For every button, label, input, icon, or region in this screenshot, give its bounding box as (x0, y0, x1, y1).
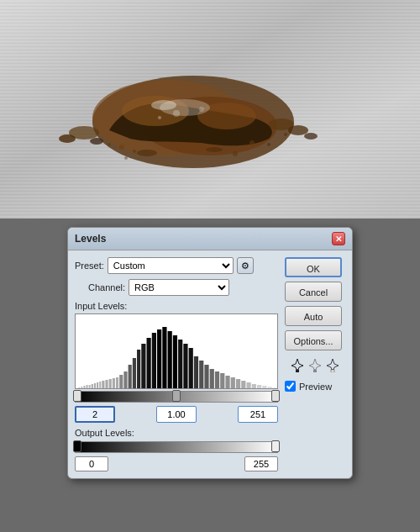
input-slider[interactable] (75, 391, 278, 403)
svg-point-26 (158, 116, 161, 119)
midpoint-input[interactable] (156, 406, 197, 423)
svg-rect-39 (94, 383, 96, 389)
photo-canvas (0, 0, 420, 219)
svg-rect-42 (102, 381, 104, 389)
black-eyedropper[interactable] (290, 358, 305, 373)
gray-eyedropper[interactable] (307, 358, 323, 373)
preview-label[interactable]: Preview (299, 382, 332, 392)
gear-button[interactable]: ⚙ (237, 257, 254, 274)
auto-button[interactable]: Auto (285, 306, 342, 326)
input-values-row (75, 406, 278, 423)
svg-rect-57 (168, 331, 172, 389)
right-panel: OK Cancel Auto Options... (285, 257, 345, 471)
svg-rect-69 (231, 377, 235, 389)
ok-button[interactable]: OK (285, 257, 342, 277)
channel-row: Channel: RGB Red Green Blue (75, 279, 278, 296)
channel-label: Channel: (88, 282, 125, 292)
svg-point-20 (249, 140, 255, 145)
output-levels-label: Output Levels: (75, 428, 278, 438)
svg-point-18 (119, 145, 124, 150)
svg-rect-35 (83, 386, 85, 389)
output-white-input[interactable] (244, 456, 278, 471)
preset-label: Preset: (75, 261, 104, 271)
svg-rect-67 (220, 373, 224, 389)
output-black-input[interactable] (75, 456, 108, 471)
white-point-handle[interactable] (271, 390, 280, 402)
svg-rect-33 (78, 387, 80, 389)
svg-rect-83 (313, 370, 317, 372)
svg-point-29 (233, 151, 238, 156)
black-point-input[interactable] (75, 406, 115, 423)
svg-rect-70 (236, 379, 240, 389)
midpoint-handle[interactable] (172, 390, 181, 402)
black-point-handle[interactable] (73, 390, 81, 402)
dialog-title-bar: Levels ✕ (68, 228, 352, 250)
svg-rect-46 (116, 377, 118, 389)
svg-rect-40 (97, 382, 98, 389)
svg-point-23 (284, 133, 287, 136)
svg-rect-66 (215, 371, 219, 389)
svg-rect-53 (147, 338, 151, 389)
svg-rect-59 (178, 340, 182, 389)
svg-rect-61 (189, 348, 193, 389)
preview-row: Preview (285, 381, 345, 392)
svg-rect-74 (257, 385, 261, 389)
preset-row: Preset: Custom Default Darker Increase C… (75, 257, 278, 274)
gear-icon: ⚙ (241, 261, 249, 271)
svg-rect-43 (105, 380, 108, 389)
svg-point-15 (304, 133, 318, 140)
svg-rect-62 (194, 356, 198, 389)
svg-point-28 (206, 147, 223, 152)
svg-rect-60 (183, 344, 187, 389)
svg-rect-76 (268, 387, 272, 389)
svg-rect-80 (296, 370, 299, 372)
svg-point-12 (90, 138, 103, 145)
svg-rect-72 (246, 382, 250, 389)
svg-rect-49 (129, 365, 132, 389)
svg-rect-32 (76, 388, 77, 389)
close-button[interactable]: ✕ (332, 232, 345, 245)
svg-point-19 (133, 150, 136, 153)
white-point-input[interactable] (238, 406, 278, 423)
svg-rect-36 (87, 385, 88, 389)
svg-rect-75 (262, 386, 266, 389)
svg-rect-73 (252, 384, 256, 389)
svg-rect-68 (225, 376, 229, 389)
left-panel: Preset: Custom Default Darker Increase C… (75, 257, 278, 471)
svg-point-17 (151, 100, 176, 110)
svg-rect-54 (152, 333, 156, 389)
svg-rect-45 (113, 378, 115, 389)
svg-point-14 (288, 125, 308, 135)
output-slider[interactable] (75, 441, 278, 453)
svg-rect-56 (162, 327, 166, 389)
eyedroppers-row (285, 358, 345, 373)
svg-point-22 (108, 143, 111, 146)
svg-point-27 (137, 150, 157, 156)
svg-rect-51 (137, 350, 140, 389)
cancel-button[interactable]: Cancel (285, 282, 342, 302)
svg-rect-44 (109, 379, 112, 389)
svg-rect-38 (92, 384, 93, 389)
histogram (75, 313, 278, 389)
channel-select[interactable]: RGB Red Green Blue (129, 279, 229, 296)
svg-rect-64 (204, 365, 208, 389)
output-values-row (75, 456, 278, 471)
svg-point-25 (199, 107, 204, 112)
output-white-handle[interactable] (271, 440, 280, 452)
options-button[interactable]: Options... (285, 330, 342, 350)
svg-rect-50 (133, 358, 136, 389)
preview-checkbox[interactable] (285, 381, 296, 392)
input-levels-label: Input Levels: (75, 301, 278, 311)
svg-rect-47 (119, 375, 123, 389)
output-black-handle[interactable] (73, 440, 81, 452)
white-eyedropper[interactable] (325, 358, 340, 373)
dialog-title: Levels (75, 233, 106, 245)
svg-rect-77 (273, 387, 277, 389)
svg-rect-52 (141, 344, 145, 389)
svg-rect-65 (210, 369, 214, 389)
svg-point-24 (173, 110, 180, 117)
svg-rect-71 (241, 381, 245, 389)
preset-select[interactable]: Custom Default Darker Increase Contrast … (108, 257, 234, 274)
svg-point-11 (59, 134, 76, 143)
svg-rect-86 (331, 370, 334, 372)
